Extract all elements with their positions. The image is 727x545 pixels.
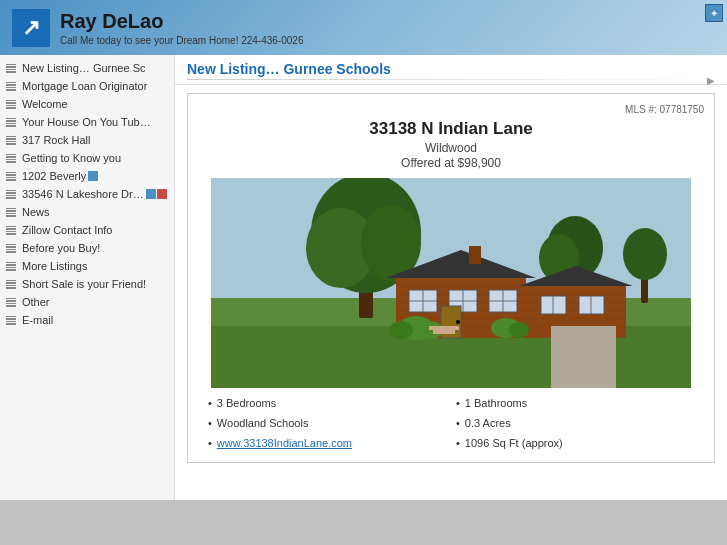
sidebar-item-3[interactable]: Your House On You Tub… <box>0 113 174 131</box>
sidebar-label-0: New Listing… Gurnee Sc <box>22 60 146 76</box>
agent-tagline: Call Me today to see your Dream Home! 22… <box>60 35 303 46</box>
sidebar-label-9: Zillow Contact Info <box>22 222 112 238</box>
svg-point-48 <box>509 322 529 338</box>
svg-rect-38 <box>579 296 604 314</box>
sidebar-label-1: Mortgage Loan Originator <box>22 78 147 94</box>
feature-bedrooms: • 3 Bedrooms <box>208 394 446 412</box>
page-divider: ▶ <box>187 79 715 80</box>
list-icon <box>4 296 18 308</box>
list-icon <box>4 80 18 92</box>
feature-bathrooms-label: 1 Bathrooms <box>465 394 527 412</box>
sidebar-label-8: News <box>22 204 50 220</box>
listing-price: Offered at $98,900 <box>198 156 704 170</box>
feature-bathrooms: • 1 Bathrooms <box>456 394 694 412</box>
feature-schools-label: Woodland Schools <box>217 414 309 432</box>
badge-blue-icon <box>146 189 156 199</box>
feature-acres-label: 0.3 Acres <box>465 414 511 432</box>
sidebar-item-0[interactable]: New Listing… Gurnee Sc <box>0 59 174 77</box>
mls-number: MLS #: 07781750 <box>198 104 704 115</box>
svg-rect-42 <box>469 246 481 264</box>
svg-point-41 <box>456 320 460 324</box>
sidebar-label-10: Before you Buy! <box>22 240 100 256</box>
badge-blue-icon <box>88 171 98 181</box>
sidebar-item-5[interactable]: Getting to Know you <box>0 149 174 167</box>
svg-rect-43 <box>551 326 616 388</box>
feature-sqft: • 1096 Sq Ft (approx) <box>456 434 694 452</box>
sidebar-item-11[interactable]: More Listings <box>0 257 174 275</box>
list-icon <box>4 314 18 326</box>
list-icon <box>4 260 18 272</box>
bullet-icon: • <box>208 434 212 452</box>
sidebar-item-7[interactable]: 33546 N Lakeshore Dr… <box>0 185 174 203</box>
feature-acres: • 0.3 Acres <box>456 414 694 432</box>
sidebar-item-12[interactable]: Short Sale is your Friend! <box>0 275 174 293</box>
list-icon <box>4 62 18 74</box>
list-icon <box>4 116 18 128</box>
sidebar-item-6[interactable]: 1202 Beverly <box>0 167 174 185</box>
sidebar-label-7: 33546 N Lakeshore Dr… <box>22 186 144 202</box>
header-text: Ray DeLao Call Me today to see your Drea… <box>60 10 303 46</box>
badge-red-icon <box>157 189 167 199</box>
page-title: New Listing… Gurnee Schools <box>187 61 715 77</box>
feature-schools: • Woodland Schools <box>208 414 446 432</box>
house-image <box>198 178 704 388</box>
listing-website-link[interactable]: www.33138IndianLane.com <box>217 434 352 452</box>
list-icon <box>4 188 18 200</box>
sidebar: New Listing… Gurnee ScMortgage Loan Orig… <box>0 55 175 500</box>
bullet-icon: • <box>456 434 460 452</box>
svg-point-45 <box>389 321 413 339</box>
sidebar-item-13[interactable]: Other <box>0 293 174 311</box>
sidebar-item-14[interactable]: E-mail <box>0 311 174 329</box>
main-window: ↗ Ray DeLao Call Me today to see your Dr… <box>0 0 727 500</box>
main-content: New Listing… Gurnee Schools ▶ MLS #: 077… <box>175 55 727 500</box>
bullet-icon: • <box>456 394 460 412</box>
svg-rect-49 <box>429 326 459 330</box>
svg-rect-36 <box>541 296 566 314</box>
list-icon <box>4 98 18 110</box>
agent-name: Ray DeLao <box>60 10 303 33</box>
logo-box: ↗ <box>12 9 50 47</box>
sidebar-item-9[interactable]: Zillow Contact Info <box>0 221 174 239</box>
sidebar-label-6: 1202 Beverly <box>22 168 86 184</box>
feature-sqft-label: 1096 Sq Ft (approx) <box>465 434 563 452</box>
sidebar-label-5: Getting to Know you <box>22 150 121 166</box>
sidebar-label-11: More Listings <box>22 258 87 274</box>
top-right-button[interactable]: ✦ <box>705 4 723 22</box>
listing-card: MLS #: 07781750 33138 N Indian Lane Wild… <box>187 93 715 463</box>
list-icon <box>4 152 18 164</box>
bullet-icon: • <box>208 414 212 432</box>
sidebar-item-2[interactable]: Welcome <box>0 95 174 113</box>
logo-arrow-icon: ↗ <box>22 15 40 41</box>
list-icon <box>4 134 18 146</box>
sidebar-item-10[interactable]: Before you Buy! <box>0 239 174 257</box>
sidebar-label-14: E-mail <box>22 312 53 328</box>
feature-bedrooms-label: 3 Bedrooms <box>217 394 276 412</box>
sidebar-label-12: Short Sale is your Friend! <box>22 276 146 292</box>
sidebar-item-8[interactable]: News <box>0 203 174 221</box>
feature-website[interactable]: • www.33138IndianLane.com <box>208 434 446 452</box>
list-icon <box>4 206 18 218</box>
sidebar-item-1[interactable]: Mortgage Loan Originator <box>0 77 174 95</box>
list-icon <box>4 242 18 254</box>
svg-point-11 <box>623 228 667 280</box>
svg-rect-50 <box>433 330 455 334</box>
sidebar-label-2: Welcome <box>22 96 68 112</box>
header: ↗ Ray DeLao Call Me today to see your Dr… <box>0 0 727 55</box>
listing-address: 33138 N Indian Lane <box>198 119 704 139</box>
sidebar-label-13: Other <box>22 294 50 310</box>
bullet-icon: • <box>208 394 212 412</box>
list-icon <box>4 170 18 182</box>
content-area: New Listing… Gurnee ScMortgage Loan Orig… <box>0 55 727 500</box>
page-title-bar: New Listing… Gurnee Schools ▶ <box>175 55 727 85</box>
sidebar-item-4[interactable]: 317 Rock Hall <box>0 131 174 149</box>
list-icon <box>4 224 18 236</box>
listing-city: Wildwood <box>198 141 704 155</box>
sidebar-label-3: Your House On You Tub… <box>22 114 151 130</box>
bullet-icon: • <box>456 414 460 432</box>
sidebar-label-4: 317 Rock Hall <box>22 132 90 148</box>
list-icon <box>4 278 18 290</box>
divider-arrow-icon: ▶ <box>707 75 715 86</box>
features-grid: • 3 Bedrooms • 1 Bathrooms • Woodland Sc… <box>198 394 704 452</box>
